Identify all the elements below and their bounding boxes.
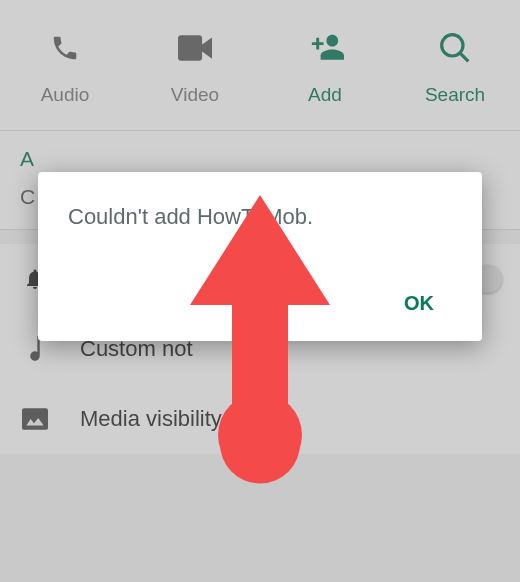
audio-call-button[interactable]: Audio [20, 30, 110, 106]
image-icon [20, 407, 50, 431]
section-line1: A [20, 147, 500, 171]
media-visibility-row[interactable]: Media visibility [0, 384, 520, 454]
video-label: Video [171, 84, 219, 106]
dialog-ok-button[interactable]: OK [386, 286, 452, 321]
phone-icon [50, 30, 80, 66]
action-toolbar: Audio Video Add Search [0, 0, 520, 131]
media-label: Media visibility [80, 406, 500, 432]
person-add-icon [306, 30, 344, 66]
dialog-message: Couldn't add HowToMob. [68, 204, 452, 230]
search-icon [439, 30, 471, 66]
svg-rect-0 [22, 408, 48, 430]
audio-label: Audio [41, 84, 90, 106]
add-label: Add [308, 84, 342, 106]
video-icon [178, 30, 212, 66]
video-call-button[interactable]: Video [150, 30, 240, 106]
error-dialog: Couldn't add HowToMob. OK [38, 172, 482, 341]
search-button[interactable]: Search [410, 30, 500, 106]
search-label: Search [425, 84, 485, 106]
add-participant-button[interactable]: Add [280, 30, 370, 106]
